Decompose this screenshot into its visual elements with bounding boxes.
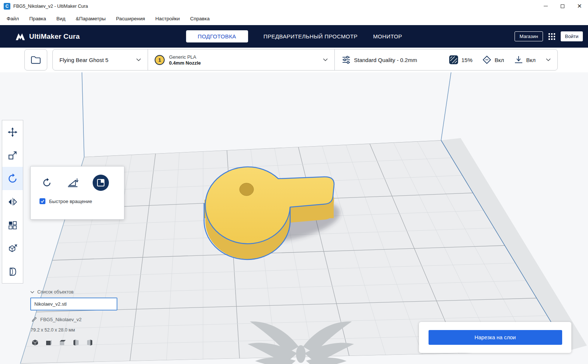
object-list-panel: Список объектов FBG5_Nikolaev_v2 79.2 x … <box>30 289 117 347</box>
adhesion-icon <box>514 55 523 65</box>
minimize-button[interactable] <box>537 0 554 12</box>
chevron-down-icon <box>30 291 34 293</box>
maximize-icon <box>561 4 564 8</box>
chevron-down-icon <box>546 58 551 61</box>
mesh-type-icon <box>8 267 17 277</box>
menu-preferences[interactable]: Настройки <box>150 12 185 25</box>
minimize-icon <box>544 6 548 6</box>
support-blocker-button[interactable] <box>2 237 23 260</box>
rotate-tool-button[interactable] <box>2 167 23 190</box>
view-front-button[interactable] <box>45 339 53 347</box>
tab-preview[interactable]: ПРЕДВАРИТЕЛЬНЫЙ ПРОСМОТР <box>264 33 358 40</box>
chevron-down-icon <box>136 58 141 61</box>
view-left-button[interactable] <box>72 339 80 347</box>
close-icon: ✕ <box>577 3 582 9</box>
print-settings-selector[interactable]: Standard Quality - 0.2mm 15% Вкл <box>334 49 557 70</box>
view-front-icon <box>45 339 53 347</box>
select-face-icon <box>97 179 105 187</box>
view-top-icon <box>58 339 66 347</box>
folder-icon <box>31 55 41 64</box>
printer-name: Flying Bear Ghost 5 <box>59 57 109 63</box>
rotate-tool-popup: Быстрое вращение <box>30 166 124 220</box>
close-button[interactable]: ✕ <box>571 0 588 12</box>
mesh-type-button[interactable] <box>2 260 23 283</box>
stage-tabs: ПОДГОТОВКА ПРЕДВАРИТЕЛЬНЫЙ ПРОСМОТР МОНИ… <box>186 30 402 42</box>
window-title: FBG5_Nikolaev_v2 - UltiMaker Cura <box>13 4 88 9</box>
tab-monitor[interactable]: МОНИТОР <box>373 33 402 40</box>
nozzle-size: 0.4mm Nozzle <box>169 60 201 66</box>
object-name-input[interactable] <box>30 298 117 310</box>
extruder-badge: 1 <box>155 55 165 65</box>
object-list-header[interactable]: Список объектов <box>30 289 117 295</box>
infill-value: 15% <box>461 57 472 63</box>
infill-icon <box>449 55 458 65</box>
rotate-icon <box>7 174 18 184</box>
object-list-title: Список объектов <box>37 289 73 295</box>
move-icon <box>8 127 17 137</box>
checkmark-icon <box>40 199 45 203</box>
support-value: Вкл <box>495 57 504 63</box>
material-selector[interactable]: 1 Generic PLA 0.4mm Nozzle <box>148 49 334 70</box>
menu-edit[interactable]: Правка <box>24 12 51 25</box>
ultimaker-logo-icon <box>15 32 26 41</box>
slice-button[interactable]: Нарезка на слои <box>429 330 562 345</box>
quick-rotation-label: Быстрое вращение <box>49 199 92 204</box>
per-model-settings-icon <box>8 220 17 230</box>
mirror-tool-button[interactable] <box>2 190 23 213</box>
menu-file[interactable]: Файл <box>1 12 24 25</box>
sliders-icon <box>341 55 351 64</box>
open-file-button[interactable] <box>24 49 47 71</box>
sign-in-button[interactable]: Войти <box>561 31 583 41</box>
menu-help[interactable]: Справка <box>185 12 215 25</box>
support-icon <box>482 55 492 65</box>
brand: UltiMaker Cura <box>15 32 80 41</box>
project-name: FBG5_Nikolaev_v2 <box>40 317 82 322</box>
view-top-button[interactable] <box>58 339 66 347</box>
mirror-icon <box>8 197 17 207</box>
brand-name: UltiMaker Cura <box>29 32 80 41</box>
per-model-settings-button[interactable] <box>2 213 23 237</box>
window-titlebar: C FBG5_Nikolaev_v2 - UltiMaker Cura ✕ <box>0 0 588 12</box>
lay-flat-button[interactable] <box>67 177 79 189</box>
view-left-icon <box>72 339 80 347</box>
menu-view[interactable]: Вид <box>51 12 71 25</box>
lay-flat-icon <box>67 177 79 189</box>
printer-selector[interactable]: Flying Bear Ghost 5 <box>53 49 148 70</box>
reset-rotation-button[interactable] <box>41 177 53 189</box>
support-blocker-icon <box>8 244 17 253</box>
select-face-active-circle <box>93 175 109 191</box>
menu-settings[interactable]: &Параметры <box>71 12 111 25</box>
select-face-button[interactable] <box>93 175 109 191</box>
material-name: Generic PLA <box>169 54 201 60</box>
tab-prepare[interactable]: ПОДГОТОВКА <box>186 30 248 42</box>
maximize-button[interactable] <box>554 0 571 12</box>
marketplace-button[interactable]: Магазин <box>515 31 543 41</box>
quick-rotation-checkbox[interactable] <box>39 198 45 204</box>
model-hole <box>240 183 254 196</box>
menu-bar: Файл Правка Вид &Параметры Расширения На… <box>0 12 588 25</box>
move-tool-button[interactable] <box>2 120 23 144</box>
view-3d-button[interactable] <box>31 339 39 347</box>
action-panel: Нарезка на слои <box>419 322 571 353</box>
view-right-icon <box>86 339 94 347</box>
pencil-icon[interactable] <box>31 317 37 322</box>
tool-panel <box>2 120 23 284</box>
main-header: UltiMaker Cura ПОДГОТОВКА ПРЕДВАРИТЕЛЬНЫ… <box>0 25 588 48</box>
configuration-bar: Flying Bear Ghost 5 1 Generic PLA 0.4mm … <box>0 48 588 72</box>
adhesion-value: Вкл <box>526 57 536 63</box>
camera-view-presets <box>31 339 117 347</box>
menu-extensions[interactable]: Расширения <box>111 12 150 25</box>
reset-rotation-icon <box>41 177 53 189</box>
profile-name: Standard Quality - 0.2mm <box>354 57 417 63</box>
scale-tool-button[interactable] <box>2 144 23 167</box>
scale-icon <box>8 151 17 160</box>
view-3d-icon <box>31 339 39 347</box>
app-icon: C <box>4 3 10 10</box>
apps-grid-icon[interactable] <box>549 33 555 40</box>
view-right-button[interactable] <box>86 339 94 347</box>
model-dimensions: 79.2 x 52.0 x 28.0 мм <box>31 327 117 333</box>
chevron-down-icon <box>323 58 328 61</box>
